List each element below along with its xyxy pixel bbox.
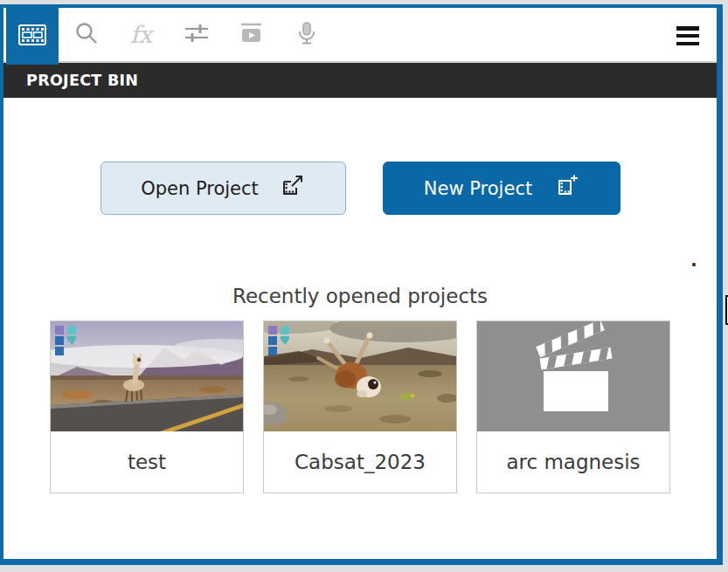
panel-title: PROJECT BIN xyxy=(26,72,138,89)
brand-logo xyxy=(53,324,90,361)
stock-video-button[interactable] xyxy=(224,7,279,62)
project-thumbnail-placeholder xyxy=(477,321,669,431)
brand-tile-purple xyxy=(55,326,64,334)
project-name: arc magnesis xyxy=(477,431,669,493)
brand-tile-purple xyxy=(268,326,277,334)
desktop-background: fx xyxy=(0,0,728,572)
toolbar: fx xyxy=(3,8,717,63)
project-bin-content: Open Project xyxy=(3,98,717,493)
open-project-icon xyxy=(281,175,305,202)
open-project-label: Open Project xyxy=(141,178,259,199)
project-thumbnail-llama-tumbling xyxy=(264,321,456,431)
brand-tile-blue xyxy=(268,336,277,345)
brand-tile-blue xyxy=(268,347,277,355)
adjustments-button[interactable] xyxy=(169,7,224,62)
fx-icon: fx xyxy=(130,23,152,46)
new-project-icon xyxy=(555,175,579,202)
brand-tile-blue xyxy=(55,347,64,355)
project-card[interactable]: test xyxy=(50,320,244,493)
search-button[interactable] xyxy=(59,7,114,62)
play-video-icon xyxy=(239,21,263,48)
brand-tile-teal xyxy=(281,326,289,334)
effects-button[interactable]: fx xyxy=(114,7,169,62)
panel-header: PROJECT BIN xyxy=(3,63,717,98)
sliders-icon xyxy=(184,22,209,48)
tab-project-bin[interactable] xyxy=(6,8,59,65)
project-card[interactable]: Cabsat_2023 xyxy=(263,320,457,493)
project-name: Cabsat_2023 xyxy=(264,431,456,493)
project-card[interactable]: arc magnesis xyxy=(476,320,670,493)
brand-tile-teal xyxy=(67,336,76,345)
recent-projects-list: test xyxy=(3,320,717,493)
hamburger-icon xyxy=(676,26,699,31)
recent-heading: Recently opened projects xyxy=(3,285,717,308)
open-project-button[interactable]: Open Project xyxy=(101,162,346,215)
project-name: test xyxy=(51,431,243,493)
brand-tile-blue xyxy=(55,336,64,345)
search-icon xyxy=(74,21,99,49)
new-project-label: New Project xyxy=(424,178,532,199)
filmstrip-icon xyxy=(17,22,47,52)
background-artifact-dot xyxy=(692,263,696,266)
project-thumbnail-llama-road xyxy=(51,321,243,431)
microphone-icon xyxy=(295,21,318,49)
microphone-button[interactable] xyxy=(279,7,334,62)
brand-tile-teal xyxy=(67,326,76,334)
menu-button[interactable] xyxy=(676,24,699,47)
brand-tile-teal xyxy=(281,336,289,345)
app-window: fx xyxy=(0,4,723,565)
project-actions: Open Project xyxy=(3,162,717,215)
brand-logo xyxy=(267,324,303,361)
new-project-button[interactable]: New Project xyxy=(383,162,621,215)
